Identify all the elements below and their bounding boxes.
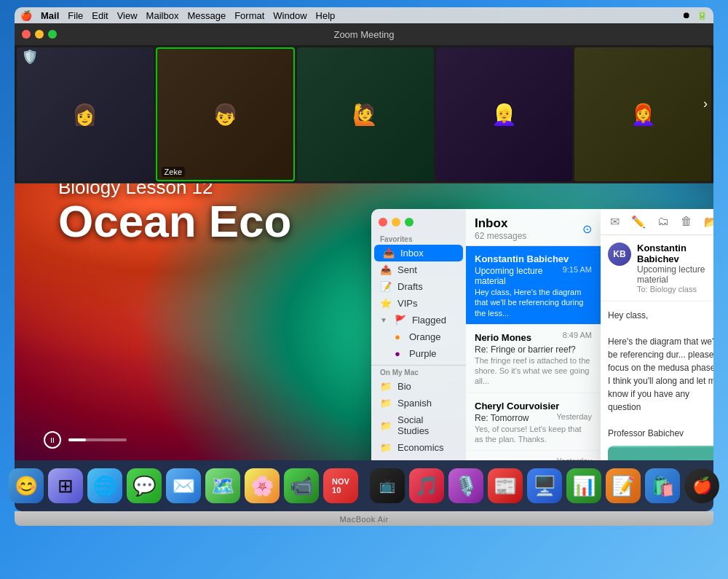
avatar-initials: KB <box>613 249 625 259</box>
menu-file[interactable]: File <box>68 10 83 21</box>
menu-message[interactable]: Message <box>187 10 226 21</box>
drafts-icon: 📝 <box>380 281 392 292</box>
menu-view[interactable]: View <box>117 10 138 21</box>
compose-icon[interactable]: ✏️ <box>631 215 646 229</box>
sidebar-drafts[interactable]: 📝 Drafts <box>371 278 466 295</box>
mail-maximize-btn[interactable] <box>405 218 414 227</box>
mail-minimize-btn[interactable] <box>392 218 400 227</box>
body-text: Here's the diagram that we'll be referen… <box>608 335 713 414</box>
sidebar-bio[interactable]: 📁 Bio <box>371 378 466 395</box>
menu-mailbox[interactable]: Mailbox <box>146 10 179 21</box>
zoom-participants: 👩 👦 Zeke 🙋 👱‍♀️ 👩‍🦰 › <box>15 45 713 184</box>
dock-keynote[interactable]: 🖥️ <box>527 468 562 503</box>
menu-format[interactable]: Format <box>234 10 264 21</box>
participant-3-avatar: 🙋 <box>297 47 434 181</box>
dock-calendar[interactable]: NOV10 <box>323 468 358 503</box>
mail-sender-0: Konstantin Babichev <box>475 253 569 264</box>
maps-icon: 🗺️ <box>211 475 234 497</box>
mail-item-3[interactable]: Christina Lee Yesterday Notes Wanted to … <box>466 451 601 460</box>
participant-5-avatar: 👩‍🦰 <box>574 47 711 181</box>
menu-window[interactable]: Window <box>273 10 306 21</box>
sidebar-flagged[interactable]: ▼ 🚩 Flagged <box>371 312 466 328</box>
facetime-icon: 📹 <box>290 475 313 497</box>
macos-icon: 🍎 <box>692 476 712 495</box>
body-signature: Professor Babichev <box>608 427 713 440</box>
menu-mail[interactable]: Mail <box>41 10 59 21</box>
sidebar-vips[interactable]: ⭐ VIPs <box>371 295 466 312</box>
menu-help[interactable]: Help <box>316 10 336 21</box>
participant-4-avatar: 👱‍♀️ <box>436 47 573 181</box>
svg-rect-0 <box>608 447 713 460</box>
minimize-button[interactable] <box>35 30 44 39</box>
dock-news[interactable]: 📰 <box>488 468 523 503</box>
finder-icon: 😊 <box>15 475 38 497</box>
dock: 😊 ⊞ 🌐 💬 ✉️ 🗺️ 🌸 📹 NOV10 📺 🎵 <box>15 460 713 511</box>
reply-icon[interactable]: ✉ <box>610 215 620 229</box>
move-icon[interactable]: 📂 <box>704 215 713 229</box>
dock-music[interactable]: 🎵 <box>409 468 444 503</box>
dock-safari[interactable]: 🌐 <box>87 468 122 503</box>
inbox-icon: 📥 <box>383 248 395 259</box>
participant-4: 👱‍♀️ <box>436 47 573 181</box>
filter-icon[interactable]: ⊙ <box>582 222 592 236</box>
screen: Biology Lesson 12 Ocean Eco ⏸ Zoom Meeti… <box>15 23 713 460</box>
mail-sender-3: Christina Lee <box>475 458 534 460</box>
pause-button[interactable]: ⏸ <box>44 431 61 449</box>
menu-edit[interactable]: Edit <box>92 10 108 21</box>
inbox-label: Inbox <box>400 248 424 259</box>
sidebar-economics[interactable]: 📁 Economics <box>371 439 466 456</box>
mail-reading-pane: ✉ ✏️ 🗂 🗑 📂 KB Konstantin Babichev Upcomi… <box>601 209 713 460</box>
participant-1: 👩 <box>17 47 154 181</box>
dock-appletv[interactable]: 📺 <box>370 468 405 503</box>
mail-item-0[interactable]: Konstantin Babichev 9:15 AM Upcoming lec… <box>466 246 601 325</box>
archive-icon[interactable]: 🗂 <box>657 215 669 229</box>
apple-menu[interactable]: 🍎 <box>20 10 32 21</box>
appstore-icon: 🛍️ <box>651 475 674 497</box>
vips-icon: ⭐ <box>380 298 392 309</box>
sidebar-inbox[interactable]: 📥 Inbox <box>374 245 463 261</box>
dock-mail[interactable]: ✉️ <box>166 468 201 503</box>
economics-folder-icon: 📁 <box>380 442 392 453</box>
close-button[interactable] <box>22 30 31 39</box>
dock-numbers[interactable]: 📊 <box>566 468 601 503</box>
dock-photos[interactable]: 🌸 <box>245 468 280 503</box>
mail-list-header: Inbox 62 messages ⊙ <box>466 209 601 246</box>
menu-bar: 🍎 Mail File Edit View Mailbox Message Fo… <box>15 7 713 23</box>
dock-launchpad[interactable]: ⊞ <box>48 468 83 503</box>
sidebar-orange[interactable]: ● Orange <box>371 328 466 345</box>
sidebar-spanish[interactable]: 📁 Spanish <box>371 395 466 411</box>
dock-podcasts[interactable]: 🎙️ <box>448 468 483 503</box>
participants-next-arrow[interactable]: › <box>703 95 708 111</box>
dock-messages[interactable]: 💬 <box>127 468 162 503</box>
sidebar-sent[interactable]: 📤 Sent <box>371 261 466 278</box>
dock-maps[interactable]: 🗺️ <box>205 468 240 503</box>
macbook-label: MacBook Air <box>339 515 388 524</box>
mail-item-1[interactable]: Nerio Mones 8:49 AM Re: Fringe or barrie… <box>466 325 601 393</box>
sidebar-debate-club[interactable]: 📁 Debate Club <box>371 456 466 460</box>
mail-reading-toolbar: ✉ ✏️ 🗂 🗑 📂 <box>601 209 713 235</box>
purple-flag-icon: ● <box>392 348 403 359</box>
dock-pages[interactable]: 📝 <box>606 468 641 503</box>
dock-macos[interactable]: 🍎 <box>684 468 719 503</box>
maximize-button[interactable] <box>48 30 57 39</box>
dock-facetime[interactable]: 📹 <box>284 468 319 503</box>
photos-icon: 🌸 <box>250 475 274 497</box>
video-controls[interactable]: ⏸ <box>44 431 127 449</box>
mail-sender-1: Nerio Mones <box>475 332 531 343</box>
delete-icon[interactable]: 🗑 <box>681 215 692 229</box>
news-icon: 📰 <box>494 475 517 497</box>
mail-close-btn[interactable] <box>379 218 387 227</box>
on-my-mac-label: On My Mac <box>371 365 466 378</box>
progress-bar[interactable] <box>68 438 127 441</box>
sent-icon: 📤 <box>380 264 392 275</box>
dock-finder[interactable]: 😊 <box>9 468 44 503</box>
mail-item-2[interactable]: Cheryl Courvoisier Yesterday Re: Tomorro… <box>466 393 601 452</box>
sidebar-social-studies[interactable]: 📁 Social Studies <box>371 411 466 439</box>
social-studies-folder-icon: 📁 <box>380 420 392 431</box>
body-greeting: Hey class, <box>608 309 713 322</box>
dock-appstore[interactable]: 🛍️ <box>645 468 680 503</box>
mail-sidebar: Favorites 📥 Inbox 📤 Sent 📝 Drafts ⭐ VIPs… <box>371 209 466 460</box>
progress-fill <box>68 438 86 441</box>
sidebar-purple[interactable]: ● Purple <box>371 345 466 362</box>
mail-time-1: 8:49 AM <box>563 331 592 339</box>
